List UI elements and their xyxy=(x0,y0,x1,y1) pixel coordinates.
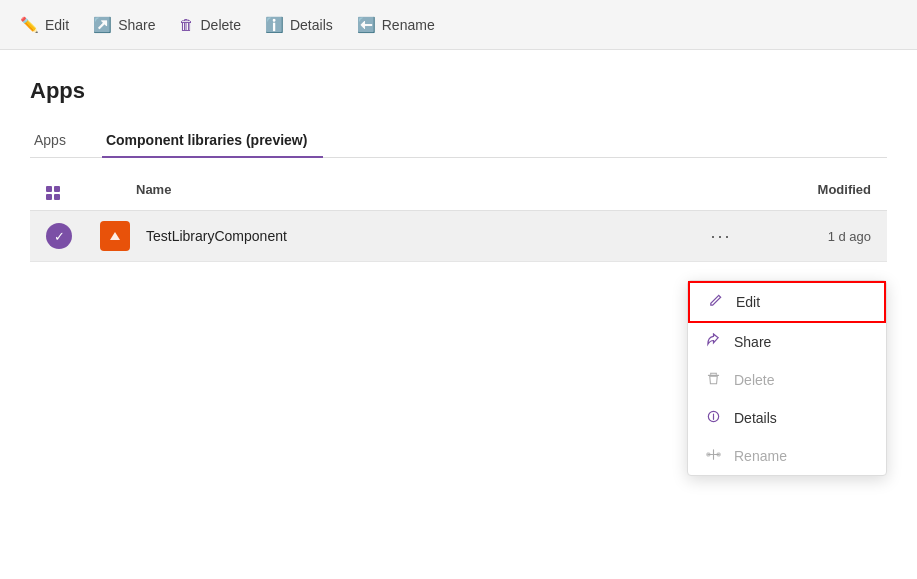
header-name-col: Name xyxy=(136,182,691,197)
context-rename-label: Rename xyxy=(734,448,787,464)
toolbar-edit[interactable]: ✏️ Edit xyxy=(20,16,69,34)
context-delete-icon xyxy=(704,371,722,389)
check-circle-icon: ✓ xyxy=(46,223,72,249)
main-content: Apps Apps Component libraries (preview) … xyxy=(0,50,917,262)
tab-apps[interactable]: Apps xyxy=(30,124,82,158)
context-menu-details[interactable]: Details xyxy=(688,399,886,437)
toolbar-delete[interactable]: 🗑 Delete xyxy=(179,16,240,33)
context-menu-share[interactable]: Share xyxy=(688,323,886,361)
toolbar-details[interactable]: ℹ️ Details xyxy=(265,16,333,34)
context-share-icon xyxy=(704,333,722,351)
toolbar-delete-label: Delete xyxy=(200,17,240,33)
share-icon: ↗️ xyxy=(93,16,112,34)
table-header: Name Modified xyxy=(30,168,887,211)
context-delete-label: Delete xyxy=(734,372,774,388)
header-check-col xyxy=(46,178,96,200)
context-edit-icon xyxy=(706,293,724,311)
toolbar-share-label: Share xyxy=(118,17,155,33)
toolbar-share[interactable]: ↗️ Share xyxy=(93,16,155,34)
context-share-label: Share xyxy=(734,334,771,350)
context-menu-rename[interactable]: Rename xyxy=(688,437,886,475)
tabs-container: Apps Component libraries (preview) xyxy=(30,124,887,158)
context-edit-label: Edit xyxy=(736,294,760,310)
row-check: ✓ xyxy=(46,223,96,249)
row-name: TestLibraryComponent xyxy=(146,228,691,244)
context-menu-delete[interactable]: Delete xyxy=(688,361,886,399)
rename-icon: ⬅️ xyxy=(357,16,376,34)
toolbar-rename[interactable]: ⬅️ Rename xyxy=(357,16,435,34)
row-app-icon xyxy=(96,221,136,251)
tab-component-libraries[interactable]: Component libraries (preview) xyxy=(102,124,323,158)
delete-icon: 🗑 xyxy=(179,16,194,33)
context-details-icon xyxy=(704,409,722,427)
app-icon xyxy=(100,221,130,251)
toolbar-details-label: Details xyxy=(290,17,333,33)
header-modified-col: Modified xyxy=(751,182,871,197)
context-rename-icon xyxy=(704,447,722,465)
context-menu-edit[interactable]: Edit xyxy=(688,281,886,323)
context-menu: Edit Share Delete Details xyxy=(687,280,887,476)
toolbar: ✏️ Edit ↗️ Share 🗑 Delete ℹ️ Details ⬅️ … xyxy=(0,0,917,50)
toolbar-edit-label: Edit xyxy=(45,17,69,33)
context-details-label: Details xyxy=(734,410,777,426)
grid-icon xyxy=(46,186,60,200)
row-more-button[interactable]: ··· xyxy=(691,226,751,247)
details-icon: ℹ️ xyxy=(265,16,284,34)
edit-icon: ✏️ xyxy=(20,16,39,34)
row-modified: 1 d ago xyxy=(751,229,871,244)
table-row[interactable]: ✓ TestLibraryComponent ··· 1 d ago xyxy=(30,211,887,262)
page-title: Apps xyxy=(30,78,887,104)
toolbar-rename-label: Rename xyxy=(382,17,435,33)
